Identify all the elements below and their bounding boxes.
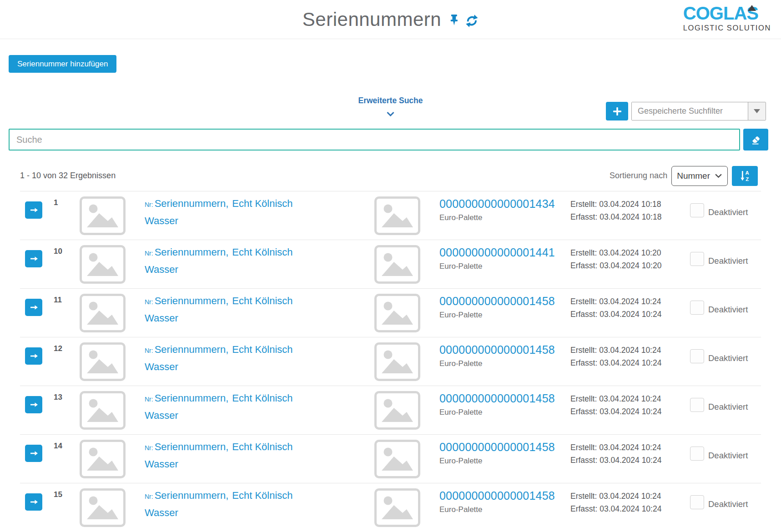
deactivated-checkbox[interactable] [690, 398, 704, 412]
serial-number-link[interactable]: 000000000000001458 [439, 343, 570, 356]
packaging-label: Euro-Palette [439, 262, 570, 271]
results-bar: 1 - 10 von 32 Ergebnissen Sortierung nac… [20, 166, 758, 186]
serialnumber-type-link[interactable]: Seriennummern, [155, 295, 229, 306]
image-placeholder-icon [86, 348, 120, 375]
serial-number-link[interactable]: 000000000000001458 [439, 489, 570, 502]
nr-label: Nr: [145, 493, 153, 500]
refresh-icon [465, 14, 479, 28]
article-image-placeholder [80, 440, 126, 478]
open-detail-button[interactable] [25, 396, 42, 413]
image-placeholder-icon [380, 397, 414, 424]
coglas-logo: COGLAS LOGISTIC SOLUTION [683, 4, 771, 32]
sort-field-select[interactable]: Nummer [671, 166, 728, 186]
arrow-right-icon [29, 450, 39, 457]
serial-number-link[interactable]: 000000000000001458 [439, 295, 570, 308]
arrow-right-icon [29, 498, 39, 506]
packaging-image-placeholder [374, 245, 420, 284]
deactivated-label: Deaktiviert [708, 354, 748, 363]
chevron-down-icon[interactable] [386, 111, 395, 116]
serialnumber-type-link[interactable]: Seriennummern, [155, 344, 229, 355]
arrow-right-icon [29, 352, 39, 360]
add-filter-button[interactable] [606, 102, 628, 120]
open-detail-button[interactable] [25, 493, 42, 511]
arrow-right-icon [29, 304, 39, 311]
row-number: 13 [49, 386, 75, 402]
serialnumber-type-link[interactable]: Seriennummern, [155, 441, 229, 452]
serial-number-link[interactable]: 000000000000001441 [439, 246, 570, 259]
packaging-image-placeholder [374, 488, 420, 527]
serial-number-link[interactable]: 000000000000001434 [439, 197, 570, 211]
image-placeholder-icon [380, 494, 414, 521]
captured-date: Erfasst: 03.04.2024 10:24 [570, 356, 690, 369]
deactivated-checkbox[interactable] [690, 252, 704, 266]
serialnumber-type-link[interactable]: Seriennummern, [155, 198, 229, 209]
results-list: 1 Nr:Seriennummern,Echt Kölnisch Wasser [20, 191, 761, 532]
deactivated-label: Deaktiviert [708, 402, 748, 412]
article-image-placeholder [80, 294, 126, 332]
open-detail-button[interactable] [25, 250, 42, 267]
nr-label: Nr: [145, 250, 153, 257]
logo-wordmark: COGLAS [683, 4, 771, 23]
packaging-label: Euro-Palette [439, 359, 570, 368]
arrow-right-icon [29, 255, 39, 262]
nr-label: Nr: [145, 347, 153, 354]
captured-date: Erfasst: 03.04.2024 10:18 [570, 211, 690, 223]
serial-number-link[interactable]: 000000000000001458 [439, 392, 570, 405]
image-placeholder-icon [380, 348, 414, 375]
deactivated-checkbox[interactable] [690, 203, 704, 217]
nr-label: Nr: [145, 444, 153, 452]
sort-direction-button[interactable]: A Z [732, 166, 758, 186]
results-count: 1 - 10 von 32 Ergebnissen [20, 171, 116, 181]
packaging-label: Euro-Palette [439, 505, 570, 514]
created-date: Erstellt: 03.04.2024 10:24 [570, 392, 690, 405]
saved-filter-dropdown-button[interactable] [748, 102, 766, 120]
packaging-label: Euro-Palette [439, 408, 570, 417]
captured-date: Erfasst: 03.04.2024 10:20 [570, 259, 690, 272]
serialnumber-type-link[interactable]: Seriennummern, [155, 490, 229, 501]
row-number: 10 [49, 240, 75, 256]
captured-date: Erfasst: 03.04.2024 10:24 [570, 308, 690, 321]
image-placeholder-icon [86, 397, 120, 424]
deactivated-checkbox[interactable] [690, 495, 704, 509]
clear-search-button[interactable] [743, 129, 768, 151]
image-placeholder-icon [380, 202, 414, 229]
deactivated-checkbox[interactable] [690, 301, 704, 315]
article-image-placeholder [80, 342, 126, 381]
serialnumber-type-link[interactable]: Seriennummern, [155, 246, 229, 258]
open-detail-button[interactable] [25, 347, 42, 365]
serial-number-link[interactable]: 000000000000001458 [439, 441, 570, 454]
article-image-placeholder [80, 196, 126, 235]
row-number: 14 [49, 435, 75, 451]
add-serialnumber-button[interactable]: Seriennummer hinzufügen [9, 55, 116, 73]
packaging-label: Euro-Palette [439, 457, 570, 466]
article-image-placeholder [80, 391, 126, 430]
search-input[interactable] [9, 129, 740, 151]
open-detail-button[interactable] [25, 299, 42, 316]
serialnumber-type-link[interactable]: Seriennummern, [155, 392, 229, 404]
table-row: 12 Nr:Seriennummern,Echt Kölnisch Wasser [20, 337, 761, 386]
advanced-search-link[interactable]: Erweiterte Suche [358, 96, 423, 105]
packaging-image-placeholder [374, 294, 420, 332]
open-detail-button[interactable] [25, 445, 42, 462]
chevron-down-icon [715, 173, 722, 178]
deactivated-label: Deaktiviert [708, 208, 748, 217]
nr-label: Nr: [145, 396, 153, 403]
captured-date: Erfasst: 03.04.2024 10:24 [570, 405, 690, 418]
deactivated-checkbox[interactable] [690, 447, 704, 461]
deactivated-checkbox[interactable] [690, 349, 704, 363]
logo-a-apex [748, 5, 756, 11]
image-placeholder-icon [380, 446, 414, 472]
open-detail-button[interactable] [25, 201, 42, 219]
table-row: 1 Nr:Seriennummern,Echt Kölnisch Wasser [20, 191, 761, 240]
refresh-button[interactable] [465, 14, 479, 28]
image-placeholder-icon [86, 251, 120, 278]
saved-filter-input[interactable] [632, 102, 748, 120]
deactivated-label: Deaktiviert [708, 256, 748, 266]
table-row: 11 Nr:Seriennummern,Echt Kölnisch Wasser [20, 288, 761, 337]
pin-button[interactable] [448, 15, 459, 27]
packaging-image-placeholder [374, 196, 420, 235]
row-number: 11 [49, 289, 75, 305]
created-date: Erstellt: 03.04.2024 10:24 [570, 344, 690, 356]
article-image-placeholder [80, 245, 126, 284]
deactivated-label: Deaktiviert [708, 451, 748, 461]
